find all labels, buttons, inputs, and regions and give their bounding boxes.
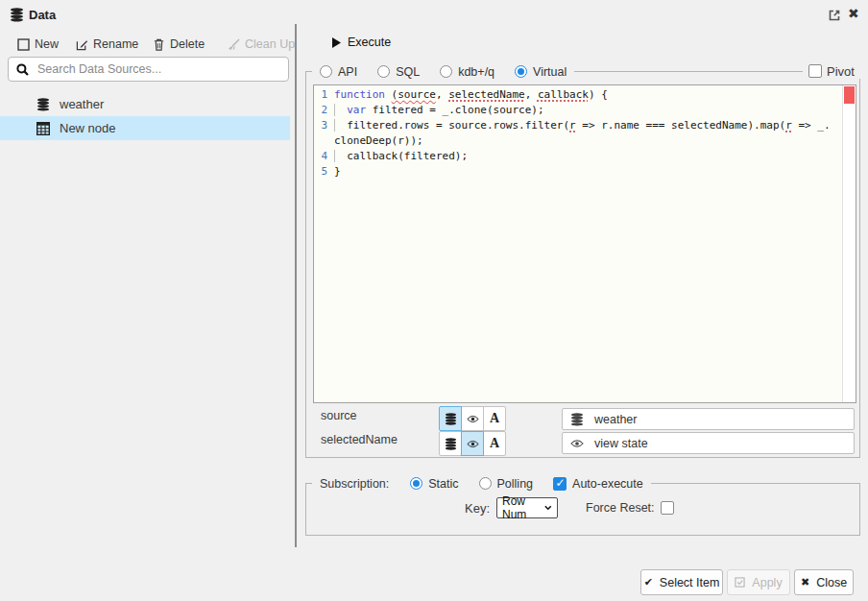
mode-eye-button[interactable]	[461, 431, 484, 456]
apply-label: Apply	[752, 576, 782, 589]
mode-text-button[interactable]: A	[483, 431, 506, 456]
type-option-label: SQL	[396, 65, 420, 79]
delete-button[interactable]: Delete	[153, 36, 205, 52]
execute-button-label: Execute	[348, 36, 391, 49]
mode-database-button[interactable]	[439, 431, 462, 456]
table-icon	[36, 122, 50, 135]
select-item-label: Select Item	[660, 576, 720, 589]
rename-button[interactable]: Rename	[76, 36, 138, 52]
database-icon	[36, 98, 50, 111]
type-option-sql[interactable]: SQL	[377, 65, 420, 79]
search-input[interactable]	[37, 62, 280, 76]
key-select-value: Row Num	[502, 494, 544, 521]
param-value-text: weather	[594, 413, 637, 426]
code-line: 1function (source, selectedName, callbac…	[314, 87, 841, 103]
edit-icon	[76, 38, 88, 51]
close-label: Close	[816, 576, 847, 589]
type-option-api[interactable]: API	[320, 65, 357, 79]
param-source-label: source	[321, 409, 357, 422]
key-label: Key:	[465, 501, 490, 516]
code-editor-lines: 1function (source, selectedName, callbac…	[314, 87, 841, 180]
subscription-polling-option[interactable]: Polling	[479, 477, 534, 491]
subscription-label: Subscription:	[320, 477, 389, 491]
type-option-label: Virtual	[533, 65, 567, 79]
type-option-kdb[interactable]: kdb+/q	[440, 65, 494, 79]
execute-button[interactable]: Execute	[332, 36, 391, 49]
radio-icon	[479, 477, 492, 490]
mode-eye-button[interactable]	[461, 406, 484, 431]
param-source-modes: A	[439, 406, 506, 431]
error-marker	[844, 86, 855, 104]
database-icon	[445, 438, 457, 450]
check-icon: ✔	[644, 576, 653, 589]
select-item-button[interactable]: ✔ Select Item	[640, 569, 723, 595]
text-mode-icon: A	[490, 436, 499, 451]
database-icon	[445, 413, 457, 425]
key-row: Key: Row Num Force Reset:	[465, 497, 674, 518]
mode-text-button[interactable]: A	[483, 406, 506, 431]
eye-icon	[570, 437, 584, 450]
source-item-weather[interactable]: weather	[0, 92, 290, 116]
database-icon	[570, 413, 584, 426]
new-button-label: New	[35, 37, 59, 51]
auto-execute-label: Auto-execute	[572, 477, 643, 491]
type-option-virtual[interactable]: Virtual	[515, 65, 567, 79]
rename-button-label: Rename	[93, 37, 138, 51]
line-number: 4	[314, 149, 334, 164]
chevron-down-icon	[544, 505, 552, 511]
search-box	[8, 57, 289, 82]
cleanup-button-label: Clean Up	[245, 37, 295, 51]
radio-icon	[410, 477, 422, 490]
code-line: 2 var filtered = _.clone(source);	[314, 103, 841, 118]
auto-execute-checkbox[interactable]	[553, 477, 567, 491]
force-reset-checkbox[interactable]	[661, 501, 674, 515]
close-icon: ✖	[801, 576, 809, 589]
auto-execute-option[interactable]: Auto-execute	[553, 477, 643, 491]
source-item-label: New node	[60, 121, 116, 135]
source-item-new-node[interactable]: New node	[0, 116, 290, 140]
force-reset-label: Force Reset:	[586, 501, 655, 515]
new-button[interactable]: New	[17, 36, 59, 52]
mode-database-button[interactable]	[439, 406, 462, 431]
cleanup-button: Clean Up	[228, 36, 295, 52]
code-line: 4 callback(filtered);	[314, 149, 841, 164]
pivot-checkbox[interactable]	[808, 64, 822, 78]
source-item-label: weather	[60, 97, 104, 111]
param-source-value[interactable]: weather	[562, 408, 855, 430]
apply-button: Apply	[727, 569, 790, 595]
text-mode-icon: A	[490, 411, 499, 426]
key-select[interactable]: Row Num	[496, 497, 558, 518]
new-icon	[17, 38, 30, 51]
eye-icon	[467, 413, 479, 425]
pivot-label: Pivot	[827, 64, 855, 79]
line-number: 1	[314, 87, 334, 103]
delete-button-label: Delete	[170, 37, 205, 51]
trash-icon	[153, 38, 165, 51]
param-selectedname-label: selectedName	[321, 433, 398, 446]
play-icon	[332, 37, 341, 48]
radio-icon	[377, 65, 390, 78]
line-number: 2	[314, 103, 334, 118]
eye-icon	[467, 438, 479, 450]
pivot-legend: Pivot	[803, 63, 860, 79]
popout-icon[interactable]	[828, 9, 841, 22]
code-editor[interactable]: 1function (source, selectedName, callbac…	[313, 84, 856, 403]
param-selectedname-value[interactable]: view state	[562, 432, 855, 454]
panel-divider[interactable]	[295, 24, 297, 547]
close-button[interactable]: ✖ Close	[794, 569, 854, 595]
subscription-static-option[interactable]: Static	[410, 477, 458, 491]
polling-label: Polling	[497, 477, 534, 491]
radio-icon	[320, 65, 332, 78]
data-window: Data ✖ New Rename Delete Clean Up	[0, 0, 868, 601]
window-close-icon[interactable]: ✖	[848, 6, 859, 21]
radio-icon	[440, 65, 452, 78]
type-option-label: kdb+/q	[458, 65, 494, 79]
code-line: 5}	[314, 164, 841, 180]
editor-scrollbar[interactable]	[842, 85, 856, 402]
line-number: 3	[314, 118, 334, 149]
window-title: Data	[29, 8, 56, 22]
app-icon	[10, 8, 24, 22]
type-legend: API SQL kdb+/q Virtual	[312, 64, 574, 79]
code-line: 3 filtered.rows = source.rows.filter(r =…	[314, 118, 841, 149]
subscription-legend: Subscription: Static Polling Auto-execut…	[312, 476, 651, 491]
